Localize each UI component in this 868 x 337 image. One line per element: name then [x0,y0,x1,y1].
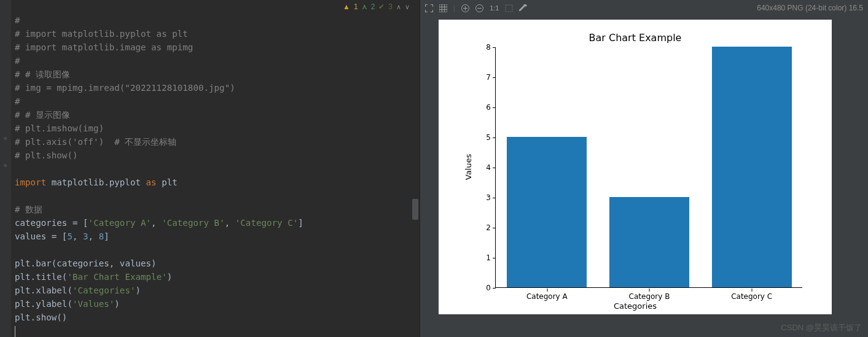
zoom-in-icon[interactable] [461,4,469,12]
chart-title: Bar Chart Example [439,32,832,44]
code-line: # # 显示图像 [15,110,70,120]
code-line: # 数据 [15,204,42,214]
code-area[interactable]: # # import matplotlib.pyplot as plt # im… [15,0,420,337]
zoom-out-icon[interactable] [475,4,483,12]
image-info-label: 640x480 PNG (24-bit color) 16.5 [757,4,863,12]
image-viewer-pane: | 1:1 640x480 PNG (24-bit color) 16.5 Ba… [420,0,868,337]
code-line: # [15,15,20,25]
chart-ytick: 6 [479,103,491,112]
fullscreen-icon[interactable] [425,4,433,12]
code-line: # plt.axis('off') # 不显示坐标轴 [15,137,176,147]
code-line: # img = mpimg.imread("20221128101800.jpg… [15,83,235,93]
chart-xlabel: Categories [439,301,832,311]
scrollbar-thumb[interactable] [412,199,418,220]
chart-ytick: 2 [479,223,491,232]
editor-scrollbar[interactable] [412,0,418,337]
text-caret [15,326,15,337]
kw-import: import [15,177,46,187]
chart-xtick: Category B [629,292,670,301]
svg-rect-0 [439,4,447,12]
svg-rect-10 [506,5,512,12]
chart-axes: 012345678Category ACategory BCategory C [495,47,802,288]
code-editor-pane[interactable]: ⊖ ⊖ ▲1 ⋏2 ✔3 ∧ ∨ # # import matplotlib.p… [0,0,420,337]
chart-xtick: Category A [526,292,568,301]
editor-gutter: ⊖ ⊖ [0,0,11,337]
chart-ytick: 0 [479,284,491,292]
zoom-reset-button[interactable]: 1:1 [490,4,499,12]
chart-bar [712,47,792,287]
chart-bar [507,137,587,287]
code-line: # plt.show() [15,150,78,160]
chart-ytick: 8 [479,43,491,52]
chart-ytick: 3 [479,193,491,202]
chart-ytick: 1 [479,254,491,262]
chart-bar [609,197,689,287]
chart-ylabel: Values [464,154,473,180]
chart-xtick: Category C [731,292,772,301]
fit-to-window-icon[interactable] [505,4,513,12]
chart-ytick: 4 [479,163,491,172]
viewer-canvas[interactable]: Bar Chart Example Values 012345678Catego… [420,16,868,337]
chart-ytick: 7 [479,73,491,82]
chart-ytick: 5 [479,133,491,142]
chart-figure: Bar Chart Example Values 012345678Catego… [439,20,832,314]
code-line: # # 读取图像 [15,69,70,79]
code-line: # import matplotlib.image as mpimg [15,42,193,52]
watermark-text: CSDN @昊昊该干饭了 [781,322,862,333]
code-line: # [15,96,20,106]
color-picker-icon[interactable] [519,4,527,12]
code-line: # [15,56,20,66]
viewer-toolbar: | 1:1 640x480 PNG (24-bit color) 16.5 [420,0,868,16]
grid-icon[interactable] [439,4,447,12]
code-line: # plt.imshow(img) [15,123,104,133]
fold-marker-icon[interactable]: ⊖ [4,135,7,141]
fold-marker-icon[interactable]: ⊖ [4,162,7,168]
code-line: # import matplotlib.pyplot as plt [15,29,188,39]
